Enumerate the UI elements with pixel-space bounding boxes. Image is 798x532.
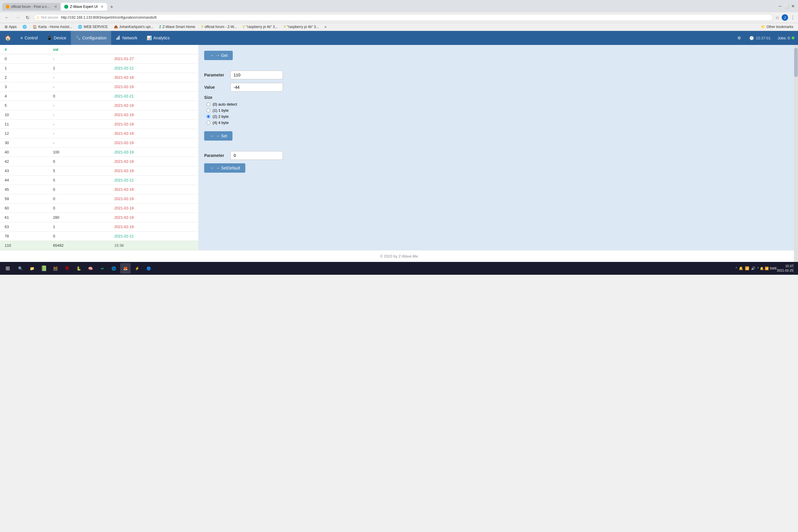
tab-zwaveui[interactable]: Z-Wave Expert UI ✕ <box>61 3 107 11</box>
table-row[interactable]: 12-2021-02-19 <box>0 129 198 138</box>
close-button[interactable]: ✕ <box>791 3 796 9</box>
bookmark-rpi2[interactable]: Y "raspberry pi 4b" 3... <box>282 24 321 30</box>
size-option-2[interactable]: (2) 2 byte <box>207 114 792 119</box>
new-tab-button[interactable]: + <box>108 3 115 11</box>
col-header-val[interactable]: val <box>49 45 110 54</box>
taskbar-clock[interactable]: 15:37 2021-02-25 <box>777 264 793 273</box>
size-radio-1[interactable] <box>207 109 210 112</box>
bookmark-more[interactable]: » <box>323 24 328 30</box>
taskbar-netflix[interactable]: N <box>62 263 72 273</box>
table-row[interactable]: 612802021-02-19 <box>0 213 198 222</box>
taskbar-app12[interactable]: 🔵 <box>144 263 154 273</box>
bookmark-johan[interactable]: 📤 JohanKarlquist's upl... <box>112 24 155 30</box>
nav-analytics[interactable]: 📊 Analytics <box>142 31 174 45</box>
bookmark-rpi1[interactable]: Y "raspberry pi 4b" 3... <box>241 24 280 30</box>
table-row[interactable]: 4202021-02-19 <box>0 157 198 166</box>
notification-icon[interactable]: 🔔 <box>739 266 743 270</box>
row-num: 0 <box>0 54 49 63</box>
size-radio-4[interactable] <box>207 121 210 125</box>
app-wrapper: 🏠 ≡ Control 📱 Device 🔧 Configuration Net… <box>0 31 798 262</box>
taskbar-python[interactable]: 🐍 <box>74 263 84 273</box>
size-radio-2[interactable] <box>207 115 210 118</box>
size-radio-0[interactable] <box>207 102 210 106</box>
bookmark-globe[interactable]: 🌐 <box>21 24 28 30</box>
nav-control[interactable]: ≡ Control <box>16 31 42 45</box>
set-default-button[interactable]: → → SetDefault <box>204 163 245 173</box>
taskbar-app11[interactable]: ⚡ <box>132 263 142 273</box>
set-default-parameter-input[interactable] <box>230 151 283 160</box>
table-row[interactable]: 4452021-02-21 <box>0 176 198 185</box>
minimize-button[interactable]: ─ <box>778 3 783 9</box>
taskbar-edge[interactable]: 🌐 <box>109 263 119 273</box>
tab-forum[interactable]: official forum - Post a new topic ✕ <box>2 3 61 11</box>
table-row[interactable]: 5-2021-02-19 <box>0 101 198 110</box>
back-button[interactable]: ← <box>3 14 11 21</box>
value-input[interactable] <box>230 83 283 92</box>
taskbar-firefox[interactable]: 🦊 <box>120 263 131 273</box>
nav-configuration[interactable]: 🔧 Configuration <box>71 31 111 45</box>
table-row[interactable]: 3-2021-02-19 <box>0 82 198 92</box>
parameter-input[interactable] <box>230 71 283 79</box>
table-row[interactable]: 4502021-02-19 <box>0 185 198 194</box>
bookmark-apps-label: Apps <box>9 25 17 29</box>
taskbar-search[interactable]: 🔍 <box>15 263 26 273</box>
get-section: → → Get <box>204 51 792 65</box>
taskbar-brain[interactable]: 🧠 <box>85 263 96 273</box>
bookmark-other[interactable]: 📁 Other bookmarks <box>759 24 795 30</box>
nav-device[interactable]: 📱 Device <box>42 31 71 45</box>
set-button[interactable]: → → Set <box>204 131 232 140</box>
tab-close-zwaveui[interactable]: ✕ <box>101 5 103 9</box>
table-row[interactable]: 6002021-02-19 <box>0 204 198 213</box>
table-row[interactable]: 5902021-02-19 <box>0 194 198 204</box>
col-header-num[interactable]: # <box>0 45 49 54</box>
table-row[interactable]: 4352021-02-19 <box>0 166 198 176</box>
maximize-button[interactable]: ⬜ <box>784 3 789 9</box>
bookmark-forum[interactable]: Y official forum - Z-W... <box>199 24 238 30</box>
start-button[interactable]: ⊞ <box>2 263 13 273</box>
reload-button[interactable]: ↻ <box>24 14 31 21</box>
language-indicator[interactable]: ^ 🔔 📶 SWE <box>757 267 777 270</box>
forward-button[interactable]: → <box>14 14 22 21</box>
menu-icon[interactable]: ⋮ <box>791 15 795 20</box>
row-num: 43 <box>0 166 49 176</box>
bookmark-star-icon[interactable]: ☆ <box>775 15 779 20</box>
table-row[interactable]: 0-2021-01-27 <box>0 54 198 63</box>
nav-home-button[interactable]: 🏠 <box>0 31 16 45</box>
bookmark-karta[interactable]: 🏠 Karta - Home Assist... <box>31 24 74 30</box>
tab-close-forum[interactable]: ✕ <box>54 5 57 9</box>
size-option-1[interactable]: (1) 1 byte <box>207 108 792 113</box>
taskbar-green-app[interactable]: 📗 <box>38 263 49 273</box>
taskbar-teamviewer[interactable]: ➡ <box>97 263 107 273</box>
table-row[interactable]: 7802021-02-21 <box>0 232 198 241</box>
network-systray-icon[interactable]: 📶 <box>745 266 749 270</box>
table-row[interactable]: 1106549215:36 <box>0 241 198 250</box>
systray-up-arrow[interactable]: ^ <box>736 266 737 270</box>
table-row[interactable]: 402021-02-21 <box>0 92 198 101</box>
configuration-icon: 🔧 <box>76 36 80 40</box>
table-row[interactable]: 112021-02-21 <box>0 63 198 73</box>
scrollbar-thumb[interactable] <box>794 48 798 77</box>
get-button[interactable]: → → Get <box>204 51 233 60</box>
bookmark-zwave-home[interactable]: Z Z-Wave Smart Home <box>157 24 197 30</box>
scrollbar-track[interactable] <box>794 45 798 262</box>
bookmark-webservice[interactable]: 🌐 WEB SERVICE <box>76 24 109 30</box>
taskbar-file-explorer[interactable]: 📁 <box>27 263 37 273</box>
table-row[interactable]: 10-2021-02-19 <box>0 110 198 119</box>
table-row[interactable]: 2-2021-02-18 <box>0 73 198 82</box>
svg-rect-2 <box>118 36 119 40</box>
bookmark-apps[interactable]: ⊞ Apps <box>3 24 18 30</box>
nav-settings-button[interactable]: ⚙ <box>733 36 746 40</box>
table-row[interactable]: 401002021-02-19 <box>0 148 198 157</box>
sound-icon[interactable]: 🔊 <box>751 266 755 270</box>
table-row[interactable]: 30-2021-02-19 <box>0 138 198 148</box>
taskbar-calc[interactable]: 🧮 <box>50 263 61 273</box>
profile-icon[interactable]: J <box>782 14 788 21</box>
row-val: 100 <box>49 148 110 157</box>
nav-network[interactable]: Network <box>111 31 142 45</box>
size-option-0[interactable]: (0) auto detect <box>207 102 792 107</box>
address-input-field[interactable]: ⚠ Not secure http://192.168.1.133:8083/e… <box>34 14 773 21</box>
size-option-4[interactable]: (4) 4 byte <box>207 120 792 125</box>
table-row[interactable]: 6312021-02-19 <box>0 222 198 232</box>
table-row[interactable]: 11-2021-02-19 <box>0 119 198 129</box>
show-desktop-button[interactable] <box>793 263 796 273</box>
